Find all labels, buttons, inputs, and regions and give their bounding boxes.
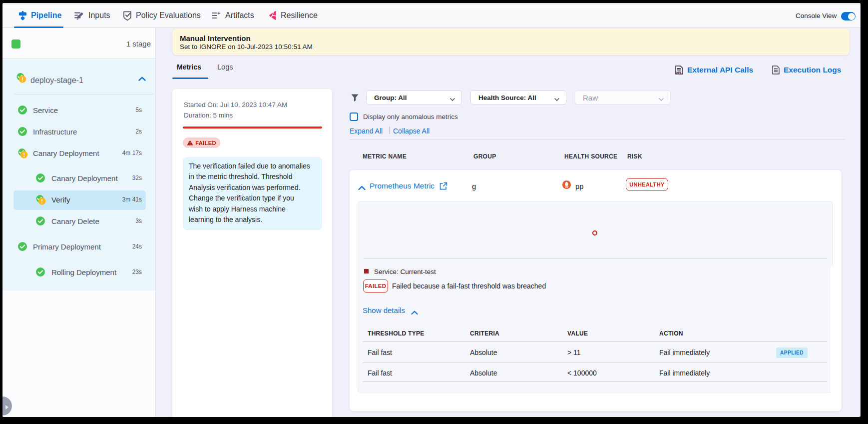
svg-text:API: API: [676, 71, 681, 74]
